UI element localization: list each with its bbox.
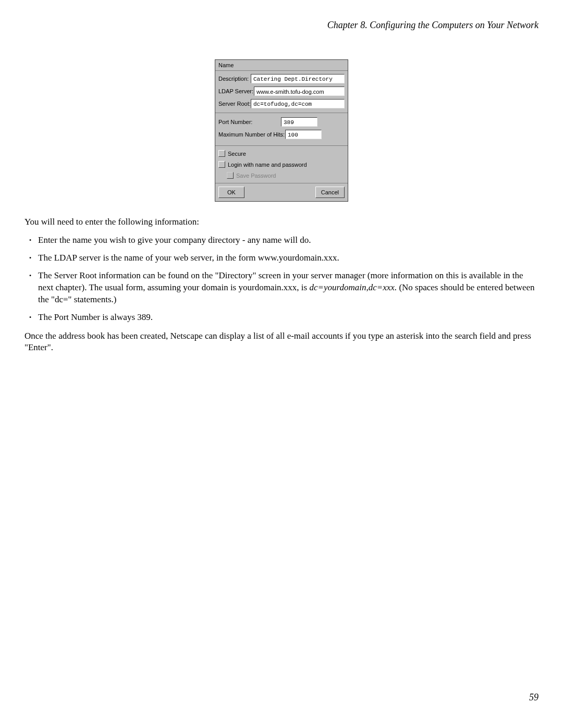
ldap-server-label: LDAP Server: [218, 88, 254, 94]
login-checkbox-label: Login with name and password [228, 162, 307, 168]
login-checkbox[interactable] [218, 161, 225, 168]
bullet-item: The Port Number is always 389. [25, 312, 538, 324]
ldap-directory-dialog: Name Description: Catering Dept.Director… [215, 59, 348, 202]
server-root-input[interactable]: dc=tofudog,dc=com [251, 99, 345, 108]
ok-button[interactable]: OK [218, 187, 244, 198]
outro-paragraph: Once the address book has been created, … [25, 330, 538, 353]
bullet-item: Enter the name you wish to give your com… [25, 235, 538, 246]
secure-checkbox[interactable] [218, 150, 225, 157]
max-hits-label: Maximum Number of Hits: [218, 131, 285, 138]
bullet-item: The Server Root information can be found… [25, 270, 538, 306]
cancel-button[interactable]: Cancel [315, 187, 345, 198]
intro-paragraph: You will need to enter the following inf… [25, 216, 538, 228]
page-number: 59 [529, 692, 538, 703]
chapter-header: Chapter 8. Configuring the Computers on … [25, 20, 538, 31]
server-root-label: Server Root: [218, 101, 251, 107]
port-number-input[interactable]: 389 [281, 117, 317, 127]
name-label: Name [218, 62, 234, 68]
max-hits-input[interactable]: 100 [285, 130, 322, 139]
description-label: Description: [218, 76, 251, 82]
bullet-item: The LDAP server is the name of your web … [25, 252, 538, 264]
port-number-label: Port Number: [218, 119, 281, 125]
description-input[interactable]: Catering Dept.Directory [251, 74, 345, 83]
body-text: You will need to enter the following inf… [25, 216, 538, 353]
save-password-checkbox [227, 172, 234, 179]
secure-checkbox-label: Secure [228, 151, 246, 157]
ldap-server-input[interactable]: www.e-smith.tofu-dog.com [254, 87, 345, 96]
save-password-checkbox-label: Save Password [236, 172, 276, 179]
